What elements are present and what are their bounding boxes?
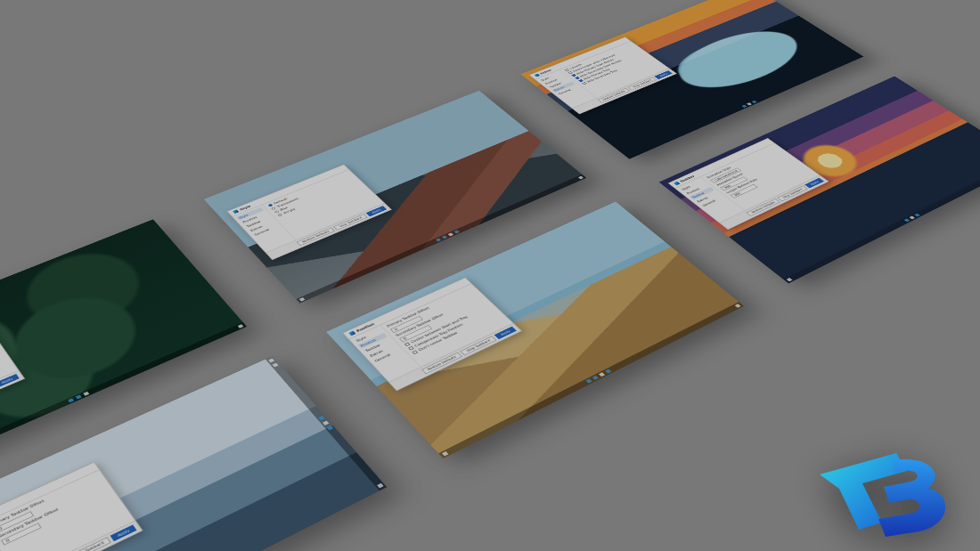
apply-button[interactable]: Apply bbox=[0, 374, 20, 387]
app-icon[interactable] bbox=[327, 425, 333, 430]
app-icon[interactable] bbox=[741, 105, 747, 108]
tray-icon[interactable] bbox=[578, 176, 584, 180]
field-value[interactable]: 0 bbox=[0, 511, 34, 533]
dialog-sidebar: StylePositionTaskbarExtrasGeneral bbox=[0, 523, 18, 551]
option-row[interactable]: Primary Taskbar Offset0 bbox=[0, 474, 103, 533]
app-icon[interactable] bbox=[605, 369, 611, 374]
stop-button[interactable]: Stop TaskbarX bbox=[67, 537, 111, 551]
field-label: Secondary Taskbar Offset bbox=[0, 507, 59, 539]
tray-icon[interactable] bbox=[735, 304, 741, 307]
checkbox-icon[interactable] bbox=[412, 350, 418, 354]
dialog-body: StylePositionTaskbarExtrasGeneralPrimary… bbox=[0, 470, 135, 551]
dialog-content: Primary Taskbar Offset0Secondary Taskbar… bbox=[0, 470, 135, 551]
checkbox-icon[interactable] bbox=[582, 82, 587, 85]
app-icon[interactable] bbox=[68, 398, 74, 402]
app-icon[interactable] bbox=[586, 379, 592, 384]
app-icon[interactable] bbox=[323, 421, 329, 425]
start-icon[interactable] bbox=[442, 451, 448, 456]
start-icon[interactable] bbox=[268, 359, 274, 363]
app-logo-icon bbox=[534, 74, 540, 77]
tray-icon[interactable] bbox=[238, 324, 244, 328]
app-icon[interactable] bbox=[909, 216, 915, 220]
app-icon[interactable] bbox=[83, 392, 89, 396]
app-icon[interactable] bbox=[747, 102, 752, 105]
app-icon[interactable] bbox=[76, 394, 82, 399]
start-icon[interactable] bbox=[299, 297, 306, 301]
product-logo bbox=[811, 444, 962, 542]
dialog-footer: Restore DefaultsStop TaskbarXApply bbox=[0, 521, 142, 551]
app-icon[interactable] bbox=[318, 416, 324, 420]
app-icon[interactable] bbox=[599, 372, 605, 377]
app-icon[interactable] bbox=[751, 101, 756, 103]
app-icon[interactable] bbox=[903, 219, 910, 223]
field-value[interactable]: 0 bbox=[1, 523, 42, 545]
start-icon[interactable] bbox=[787, 278, 793, 281]
apply-button[interactable]: Apply bbox=[110, 524, 137, 541]
app-icon[interactable] bbox=[436, 238, 441, 241]
app-icon[interactable] bbox=[592, 376, 599, 380]
dialog-footer: Restore DefaultsStop TaskbarXApply bbox=[0, 370, 24, 442]
app-logo-icon bbox=[674, 182, 681, 186]
app-icon[interactable] bbox=[442, 235, 447, 239]
app-logo-icon bbox=[233, 209, 239, 214]
tray-icon[interactable] bbox=[377, 483, 383, 489]
option-row[interactable]: Secondary Taskbar Offset0 bbox=[0, 485, 111, 546]
radio-icon[interactable] bbox=[277, 213, 282, 216]
field-label: Primary Taskbar Offset bbox=[0, 498, 45, 526]
app-logo-icon bbox=[348, 331, 355, 336]
search-icon[interactable] bbox=[273, 363, 279, 368]
app-icon[interactable] bbox=[453, 230, 459, 233]
settings-dialog[interactable]: PositionStylePositionTaskbarExtrasGenera… bbox=[0, 462, 143, 551]
app-icon[interactable] bbox=[448, 232, 453, 236]
app-icon[interactable] bbox=[914, 214, 920, 217]
dialog-titlebar: Position bbox=[0, 463, 99, 542]
